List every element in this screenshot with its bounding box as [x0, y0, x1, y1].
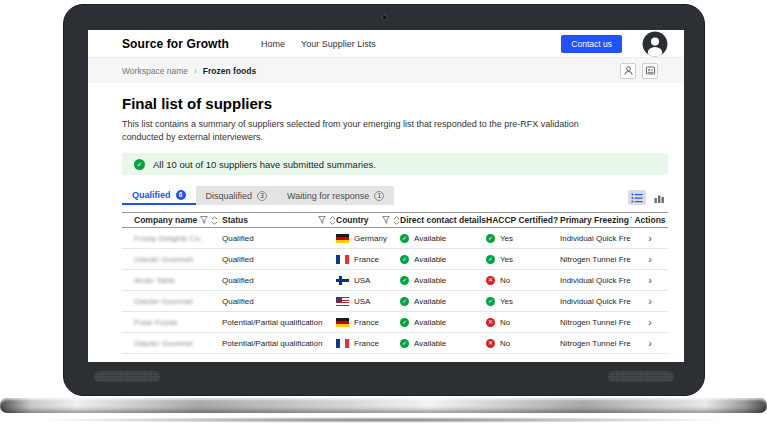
person-icon — [623, 65, 634, 76]
haccp-label: No — [500, 318, 510, 327]
table-row[interactable]: Frosty Delights Co.QualifiedGermany✓Avai… — [122, 228, 668, 249]
contact-card-icon — [645, 65, 656, 76]
cell-status: Potential/Partial qualification — [222, 339, 336, 348]
top-navbar: Source for Growth Home Your Supplier Lis… — [88, 30, 684, 58]
column-label: Company name — [134, 215, 197, 225]
row-chevron-right-icon[interactable]: › — [644, 338, 656, 349]
column-label: Actions — [634, 215, 665, 225]
table-row[interactable]: Arctic TableQualifiedUSA✓Available✕NoInd… — [122, 270, 668, 291]
cell-primary-freezing: Nitrogen Tunnel Fre — [560, 255, 632, 264]
tab-waiting-for-response[interactable]: Waiting for response 1 — [277, 186, 394, 205]
laptop-shadow — [35, 417, 732, 423]
nav-item-your-supplier-lists[interactable]: Your Supplier Lists — [301, 39, 376, 49]
contact-us-button[interactable]: Contact us — [561, 35, 622, 53]
tab-qualified[interactable]: Qualified 6 — [122, 186, 196, 205]
x-circle-icon: ✕ — [486, 276, 495, 285]
cell-actions: › — [632, 338, 668, 349]
nav-item-home[interactable]: Home — [261, 39, 285, 49]
tab-disqualified[interactable]: Disqualified 3 — [196, 186, 278, 205]
filter-button[interactable] — [318, 216, 326, 224]
check-circle-icon: ✓ — [486, 255, 495, 264]
cell-country: France — [336, 255, 400, 264]
breadcrumb: Workspace name › Frozen foods — [88, 58, 684, 83]
check-circle-icon: ✓ — [134, 159, 145, 170]
user-avatar-icon — [642, 31, 668, 57]
check-circle-icon: ✓ — [400, 297, 409, 306]
view-toggle — [628, 190, 668, 205]
breadcrumb-current: Frozen foods — [203, 66, 256, 76]
app-screen: Source for Growth Home Your Supplier Lis… — [88, 30, 684, 362]
chart-view-button[interactable] — [650, 190, 668, 205]
success-banner: ✓ All 10 out of 10 suppliers have submit… — [122, 153, 668, 175]
column-header-primary-freezing-te: Primary Freezing Te — [560, 215, 632, 225]
laptop-base — [0, 398, 767, 413]
table-row[interactable]: Glacier GourmetPotential/Partial qualifi… — [122, 333, 668, 354]
contact-label: Available — [414, 234, 446, 243]
company-name-redacted: Arctic Table — [134, 276, 175, 285]
filter-button[interactable] — [200, 216, 208, 224]
column-label: Direct contact details — [400, 215, 486, 225]
row-chevron-right-icon[interactable]: › — [644, 233, 656, 244]
breadcrumb-separator: › — [194, 66, 197, 76]
contact-label: Available — [414, 339, 446, 348]
table-row[interactable]: Polar FoodsPotential/Partial qualificati… — [122, 312, 668, 333]
row-chevron-right-icon[interactable]: › — [644, 254, 656, 265]
column-header-status: Status — [222, 215, 336, 225]
cell-direct-contact: ✓Available — [400, 297, 486, 306]
row-chevron-right-icon[interactable]: › — [644, 275, 656, 286]
cell-country: Germany — [336, 234, 400, 243]
germany-flag-icon — [336, 318, 349, 327]
filter-funnel-icon — [200, 216, 208, 224]
usa-flag-icon — [336, 297, 349, 306]
filter-button[interactable] — [382, 216, 390, 224]
company-name-redacted: Glacier Gourmet — [134, 297, 193, 306]
cell-actions: › — [632, 254, 668, 265]
webcam-icon — [381, 14, 388, 21]
cell-direct-contact: ✓Available — [400, 339, 486, 348]
haccp-label: No — [500, 276, 510, 285]
breadcrumb-workspace[interactable]: Workspace name — [122, 66, 188, 76]
cell-haccp: ✕No — [486, 276, 560, 285]
column-label: HACCP Certified? — [486, 215, 558, 225]
country-label: Germany — [354, 234, 387, 243]
check-circle-icon: ✓ — [400, 318, 409, 327]
column-header-haccp-certified-: HACCP Certified? — [486, 215, 560, 225]
cell-haccp: ✕No — [486, 339, 560, 348]
check-circle-icon: ✓ — [486, 234, 495, 243]
list-view-button[interactable] — [628, 190, 646, 205]
suppliers-table: Company nameStatusCountryDirect contact … — [122, 212, 668, 354]
cell-company-name: Glacier Gourmet — [122, 339, 222, 348]
sort-updown-icon — [329, 216, 336, 225]
sort-button[interactable] — [329, 216, 336, 225]
cell-haccp: ✓Yes — [486, 297, 560, 306]
chart-view-icon — [654, 193, 665, 203]
cell-actions: › — [632, 233, 668, 244]
cell-status: Qualified — [222, 276, 336, 285]
column-header-country: Country — [336, 215, 400, 225]
filter-funnel-icon — [382, 216, 390, 224]
row-chevron-right-icon[interactable]: › — [644, 296, 656, 307]
country-label: France — [354, 255, 379, 264]
contact-label: Available — [414, 297, 446, 306]
row-chevron-right-icon[interactable]: › — [644, 317, 656, 328]
column-label: Country — [336, 215, 369, 225]
avatar[interactable] — [632, 31, 668, 57]
cell-actions: › — [632, 317, 668, 328]
france-flag-icon — [336, 255, 349, 264]
laptop-bezel: Source for Growth Home Your Supplier Lis… — [63, 4, 705, 396]
sort-button[interactable] — [211, 216, 218, 225]
table-row[interactable]: Glacier GourmetQualifiedUSA✓Available✓Ye… — [122, 291, 668, 312]
germany-flag-icon — [336, 234, 349, 243]
cell-country: France — [336, 339, 400, 348]
table-row[interactable]: Glacier GourmetQualifiedFrance✓Available… — [122, 249, 668, 270]
page-title: Final list of suppliers — [122, 95, 668, 112]
sort-button[interactable] — [393, 216, 400, 225]
brand-logo: Source for Growth — [122, 37, 229, 51]
person-toolbar-button[interactable] — [620, 63, 636, 79]
x-circle-icon: ✕ — [486, 339, 495, 348]
page-description: This list contains a summary of supplier… — [122, 118, 668, 144]
cell-actions: › — [632, 296, 668, 307]
contact-card-toolbar-button[interactable] — [642, 63, 658, 79]
cell-direct-contact: ✓Available — [400, 276, 486, 285]
column-header-actions: Actions — [632, 215, 668, 225]
